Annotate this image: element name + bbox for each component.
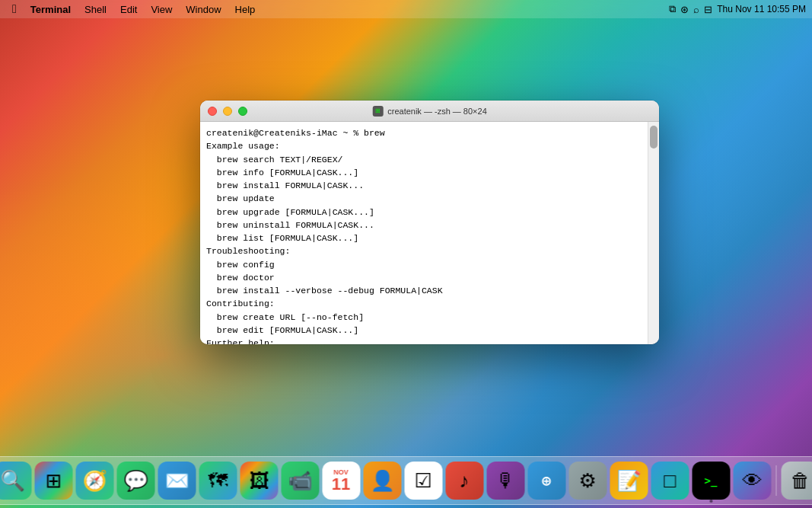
- dock-item-mail[interactable]: ✉️: [158, 462, 196, 500]
- terminal-app-icon: ⊞: [372, 106, 383, 117]
- terminal-line: brew config: [206, 258, 642, 271]
- finder-icon: 🔍: [0, 469, 24, 493]
- terminal-line: Further help:: [206, 337, 642, 344]
- maximize-button[interactable]: [238, 107, 247, 116]
- podcasts-icon: 🎙: [495, 469, 515, 493]
- trash-icon: 🗑: [790, 469, 810, 493]
- dock-item-finder[interactable]: 🔍: [0, 462, 31, 500]
- dock-item-virtualbox[interactable]: □: [651, 462, 689, 500]
- terminal-line: brew edit [FORMULA|CASK...]: [206, 324, 642, 337]
- terminal-line: brew uninstall FORMULA|CASK...: [206, 219, 642, 232]
- terminal-line: brew doctor: [206, 271, 642, 284]
- dock-item-contacts[interactable]: 👤: [363, 462, 401, 500]
- dock-active-indicator: [709, 500, 712, 503]
- calendar-icon: NOV 11: [332, 469, 350, 493]
- terminal-scroll-thumb[interactable]: [650, 126, 658, 149]
- dock-item-safari[interactable]: 🧭: [75, 462, 113, 500]
- terminal-line: Contributing:: [206, 297, 642, 310]
- minimize-button[interactable]: [223, 107, 232, 116]
- menubar-datetime: Thu Nov 11 10:55 PM: [717, 4, 806, 14]
- menubar-help[interactable]: Help: [229, 2, 262, 17]
- menubar-wifi-icon[interactable]: ⊛: [680, 4, 689, 15]
- terminal-line: brew upgrade [FORMULA|CASK...]: [206, 206, 642, 219]
- terminal-line: brew update: [206, 192, 642, 205]
- maps-icon: 🗺: [208, 469, 228, 493]
- menubar-view[interactable]: View: [145, 2, 178, 17]
- music-icon: ♪: [460, 469, 470, 493]
- dock-item-preview[interactable]: 👁: [733, 462, 771, 500]
- menubar-right: ⧉ ⊛ ⌕ ⊟ Thu Nov 11 10:55 PM: [669, 3, 806, 15]
- dock-item-notes[interactable]: 📝: [610, 462, 648, 500]
- menubar-battery-icon[interactable]: ⊟: [704, 4, 712, 15]
- dock-item-terminal[interactable]: >_: [692, 462, 730, 500]
- terminal-body[interactable]: createnik@Createniks-iMac ~ % brewExampl…: [200, 122, 648, 344]
- menubar-window-icon[interactable]: ⧉: [669, 3, 676, 15]
- menubar:  Terminal Shell Edit View Window Help ⧉…: [0, 0, 812, 18]
- system-preferences-icon: ⚙: [579, 469, 597, 493]
- terminal-line: brew create URL [--no-fetch]: [206, 311, 642, 324]
- dock-item-music[interactable]: ♪: [445, 462, 483, 500]
- dock-item-photos[interactable]: 🖼: [240, 462, 278, 500]
- terminal-title-text: createnik — -zsh — 80×24: [387, 107, 487, 116]
- dock-item-launchpad[interactable]: ⊞: [34, 462, 72, 500]
- terminal-title: ⊞ createnik — -zsh — 80×24: [372, 106, 487, 117]
- dock-item-reminders[interactable]: ☑: [404, 462, 442, 500]
- menubar-edit[interactable]: Edit: [114, 2, 143, 17]
- photos-icon: 🖼: [249, 469, 269, 493]
- dock-item-maps[interactable]: 🗺: [199, 462, 237, 500]
- terminal-line: brew list [FORMULA|CASK...]: [206, 232, 642, 244]
- dock-item-calendar[interactable]: NOV 11: [322, 462, 360, 500]
- dock-item-facetime[interactable]: 📹: [281, 462, 319, 500]
- dock: 🔍⊞🧭💬✉️🗺🖼📹 NOV 11 👤☑♪🎙⊕⚙📝□>_👁🗑: [0, 456, 812, 505]
- terminal-line: brew search TEXT|/REGEX/: [206, 153, 642, 166]
- menubar-shell[interactable]: Shell: [78, 2, 113, 17]
- launchpad-icon: ⊞: [45, 469, 62, 493]
- appstore-dock-icon: ⊕: [542, 471, 551, 490]
- terminal-line: Troubleshooting:: [206, 244, 642, 257]
- terminal-line: brew install FORMULA|CASK...: [206, 179, 642, 192]
- mail-icon: ✉️: [164, 469, 189, 493]
- dock-item-app-store[interactable]: ⊕: [527, 462, 565, 500]
- terminal-window: ⊞ createnik — -zsh — 80×24 createnik@Cre…: [200, 101, 659, 344]
- dock-item-messages[interactable]: 💬: [116, 462, 154, 500]
- dock-separator: [775, 465, 776, 496]
- notes-icon: 📝: [616, 469, 641, 493]
- facetime-icon: 📹: [288, 469, 312, 493]
- messages-icon: 💬: [123, 469, 148, 493]
- menubar-app-name[interactable]: Terminal: [24, 2, 77, 17]
- close-button[interactable]: [208, 107, 217, 116]
- safari-icon: 🧭: [82, 469, 107, 493]
- terminal-line: createnik@Createniks-iMac ~ % brew: [206, 126, 642, 139]
- dock-item-system-preferences[interactable]: ⚙: [568, 462, 607, 500]
- terminal-titlebar: ⊞ createnik — -zsh — 80×24: [200, 101, 659, 122]
- terminal-scrollbar[interactable]: [648, 122, 659, 344]
- terminal-dock-icon: >_: [705, 474, 718, 487]
- terminal-line: brew info [FORMULA|CASK...]: [206, 166, 642, 179]
- dock-item-trash[interactable]: 🗑: [781, 462, 812, 500]
- preview-icon: 👁: [742, 469, 762, 493]
- terminal-line: brew install --verbose --debug FORMULA|C…: [206, 284, 642, 297]
- menubar-left:  Terminal Shell Edit View Window Help: [6, 2, 669, 17]
- menubar-window[interactable]: Window: [180, 2, 227, 17]
- dock-item-podcasts[interactable]: 🎙: [486, 462, 524, 500]
- apple-menu[interactable]: : [6, 2, 23, 16]
- reminders-icon: ☑: [415, 469, 432, 493]
- menubar-search-icon[interactable]: ⌕: [693, 4, 699, 15]
- virtualbox-icon: □: [664, 469, 676, 493]
- contacts-icon: 👤: [370, 469, 394, 493]
- terminal-line: Example usage:: [206, 139, 642, 152]
